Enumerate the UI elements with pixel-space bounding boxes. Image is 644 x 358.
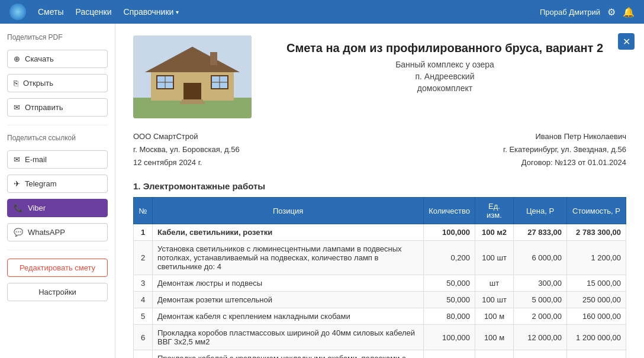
telegram-button[interactable]: ✈ Telegram	[7, 175, 108, 193]
cell-total: 160 000,00	[567, 308, 626, 325]
top-navigation: Сметы Расценки Справочники ▾ Прораб Дмит…	[0, 0, 644, 24]
document-header: Смета на дом из профилированного бруса, …	[133, 36, 626, 118]
cell-qty: 50,000	[424, 292, 475, 308]
th-price: Цена, Р	[514, 198, 567, 224]
cell-pos: Кабели, светильники, розетки	[153, 224, 424, 241]
settings-button[interactable]: Настройки	[7, 283, 108, 301]
gear-icon[interactable]: ⚙	[607, 7, 616, 18]
email-button[interactable]: ✉ E-mail	[7, 150, 108, 169]
client-name: Иванов Петр Николаевич	[503, 130, 626, 143]
cell-total: 2 783 300,00	[567, 224, 626, 241]
bell-icon[interactable]: 🔔	[623, 7, 635, 18]
divider2	[7, 250, 108, 250]
client-address: г. Екатеринбург, ул. Звездная, д.56	[503, 143, 626, 156]
cell-num: 5	[134, 308, 153, 325]
cell-price: 300,00	[514, 275, 567, 292]
send-button[interactable]: ✉ Отправить	[7, 98, 108, 117]
cell-qty: 0,200	[424, 241, 475, 275]
doc-subtitle1: Банный комплекс у озера	[263, 60, 626, 69]
cell-num: 3	[134, 275, 153, 292]
svg-rect-5	[183, 83, 201, 101]
company-address: г. Москва, ул. Боровская, д.56	[133, 143, 240, 156]
whatsapp-button[interactable]: 💬 WhatsAPP	[7, 223, 108, 241]
cell-unit: 100 м2	[475, 224, 514, 241]
download-button[interactable]: ⊕ Скачать	[7, 50, 108, 68]
cell-pos: Демонтаж розетки штепсельной	[153, 292, 424, 308]
table-row: 6 Прокладка коробов пластмассовых ширино…	[134, 325, 626, 350]
viber-button[interactable]: 📞 Viber	[7, 199, 108, 217]
email-icon: ✉	[14, 155, 20, 164]
estimate-table: № Позиция Количество Ед. изм. Цена, Р Ст…	[133, 197, 626, 358]
send-icon: ✉	[14, 103, 20, 112]
cell-total: 250 000,00	[567, 292, 626, 308]
cell-pos: Установка светильников с люминесцентными…	[153, 241, 424, 275]
svg-rect-14	[180, 102, 205, 104]
divider	[7, 125, 108, 125]
nav-link-справочники[interactable]: Справочники ▾	[124, 7, 179, 17]
meta-right: Иванов Петр Николаевич г. Екатеринбург, …	[503, 130, 626, 169]
open-icon: ⎘	[14, 79, 18, 88]
main-content: ✕	[115, 24, 644, 358]
share-link-label: Поделиться ссылкой	[7, 134, 108, 142]
th-total: Стоимость, Р	[567, 198, 626, 224]
cell-pos: Демонтаж кабеля с креплением накладными …	[153, 308, 424, 325]
meta-left: ООО СмартСтрой г. Москва, ул. Боровская,…	[133, 130, 240, 169]
cell-total: 1 200 000,00	[567, 325, 626, 350]
table-row: 2 Установка светильников с люминесцентны…	[134, 241, 626, 275]
svg-rect-12	[210, 52, 217, 65]
th-unit: Ед. изм.	[475, 198, 514, 224]
cell-unit: шт	[475, 275, 514, 292]
cell-unit: 100 шт	[475, 241, 514, 275]
cell-price: 9 000,00	[514, 350, 567, 358]
user-name: Прораб Дмитрий	[540, 8, 600, 17]
close-button[interactable]: ✕	[618, 33, 635, 50]
nav-link-smety[interactable]: Сметы	[38, 7, 64, 17]
document-date: 12 сентября 2024 г.	[133, 156, 240, 169]
cell-price: 12 000,00	[514, 325, 567, 350]
table-row: 5 Демонтаж кабеля с креплением накладным…	[134, 308, 626, 325]
open-button[interactable]: ⎘ Открыть	[7, 74, 108, 92]
whatsapp-icon: 💬	[14, 228, 23, 237]
cell-price: 5 000,00	[514, 292, 567, 308]
cell-total: 15 000,00	[567, 275, 626, 292]
cell-num: 4	[134, 292, 153, 308]
svg-rect-13	[182, 99, 203, 102]
document-title: Смета на дом из профилированного бруса, …	[263, 41, 626, 55]
document-meta: ООО СмартСтрой г. Москва, ул. Боровская,…	[133, 130, 626, 169]
cell-pos: Прокладка коробов пластмассовых шириной …	[153, 325, 424, 350]
table-row: 7 Прокладка кабелей с креплением накладн…	[134, 350, 626, 358]
cell-pos: Демонтаж люстры и подвесы	[153, 275, 424, 292]
cell-num: 1	[134, 224, 153, 241]
cell-qty: 100,000	[424, 325, 475, 350]
table-row: 4 Демонтаж розетки штепсельной 50,000 10…	[134, 292, 626, 308]
cell-price: 2 000,00	[514, 308, 567, 325]
th-qty: Количество	[424, 198, 475, 224]
cell-num: 2	[134, 241, 153, 275]
cell-num: 7	[134, 350, 153, 358]
cell-num: 6	[134, 325, 153, 350]
contract-info: Договор: №123 от 01.01.2024	[503, 156, 626, 169]
house-image	[133, 36, 252, 118]
cell-qty: 90,000	[424, 350, 475, 358]
app-logo	[9, 4, 26, 20]
chevron-down-icon: ▾	[176, 9, 179, 15]
doc-title-block: Смета на дом из профилированного бруса, …	[263, 36, 626, 118]
sidebar: Поделиться PDF ⊕ Скачать ⎘ Открыть ✉ Отп…	[0, 24, 115, 358]
th-pos: Позиция	[153, 198, 424, 224]
th-num: №	[134, 198, 153, 224]
cell-total: 810 000,00	[567, 350, 626, 358]
nav-link-расценки[interactable]: Расценки	[76, 7, 112, 17]
viber-icon: 📞	[14, 204, 23, 212]
telegram-icon: ✈	[14, 179, 20, 188]
cell-qty: 50,000	[424, 275, 475, 292]
cell-pos: Прокладка кабелей с креплением накладным…	[153, 350, 424, 358]
nav-left: Сметы Расценки Справочники ▾	[9, 4, 179, 20]
cell-unit: 100 м	[475, 350, 514, 358]
cell-price: 6 000,00	[514, 241, 567, 275]
cell-total: 1 200,00	[567, 241, 626, 275]
cell-unit: 100 м	[475, 308, 514, 325]
company-name: ООО СмартСтрой	[133, 130, 240, 143]
cell-qty: 100,000	[424, 224, 475, 241]
doc-subtitle2: п. Андреевский	[263, 72, 626, 81]
edit-button[interactable]: Редактировать смету	[7, 259, 108, 277]
